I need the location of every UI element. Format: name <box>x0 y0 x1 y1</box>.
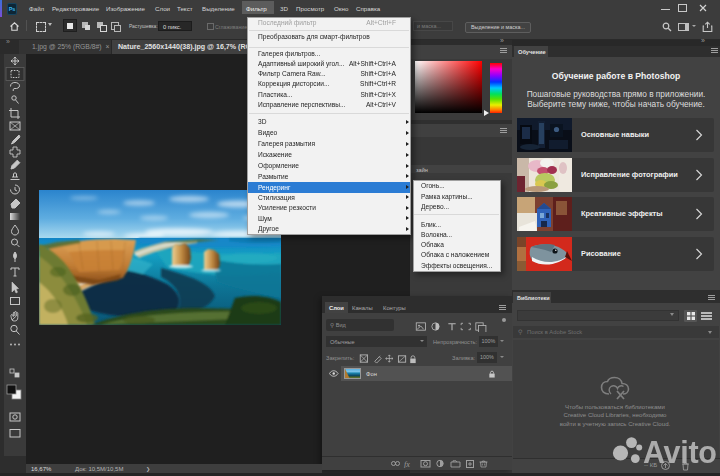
svg-text:fx: fx <box>404 460 410 469</box>
